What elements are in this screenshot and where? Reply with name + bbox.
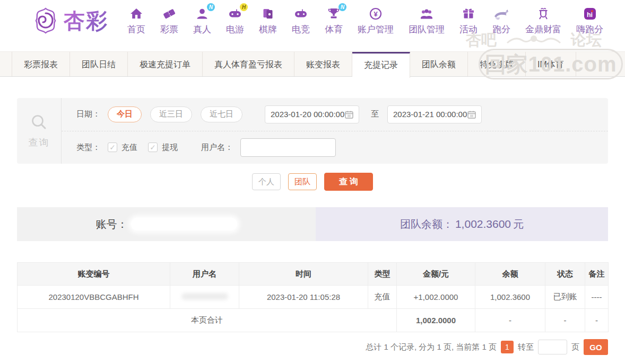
people-icon xyxy=(420,7,433,21)
checkbox-withdraw-label: 提现 xyxy=(162,143,178,153)
nav-item-card-games[interactable]: 棋牌 xyxy=(251,6,284,35)
nav-item-promotions[interactable]: 活动 xyxy=(452,6,485,35)
logo-flower-icon xyxy=(32,7,59,34)
summary-status: - xyxy=(545,309,585,332)
cell-remark: ---- xyxy=(585,286,609,309)
ticket-icon xyxy=(162,7,176,21)
nav-label: 电游 xyxy=(226,23,244,35)
tab-team-daily[interactable]: 团队日结 xyxy=(70,52,128,76)
nav-label: 跑分 xyxy=(492,23,510,35)
nav-item-account-management[interactable]: ¥ 账户管理 xyxy=(350,6,401,35)
summary-remark: - xyxy=(585,309,609,332)
tab-special-card-games[interactable]: 特兔棋牌 xyxy=(468,52,526,76)
summary-label: 本页合计 xyxy=(18,309,397,332)
cell-amount: +1,002.0000 xyxy=(397,286,475,309)
tab-team-balance[interactable]: 团队余额 xyxy=(410,52,468,76)
cards-icon xyxy=(261,7,275,21)
query-button[interactable]: 查 询 xyxy=(324,173,373,191)
table-summary-row: 本页合计 1,002.0000 - - - xyxy=(18,309,609,332)
nav-label: 嗨跑分 xyxy=(576,23,603,35)
tab-live-sports-pl[interactable]: 真人体育盈亏报表 xyxy=(203,52,294,76)
date-from-value: 2023-01-20 00:00:00 xyxy=(271,110,344,119)
account-label: 账号： xyxy=(96,217,128,232)
coin-icon: ¥ xyxy=(369,7,383,21)
nav-item-team-management[interactable]: 团队管理 xyxy=(401,6,452,35)
tab-account-changes[interactable]: 账变报表 xyxy=(294,52,352,76)
goto-page-input[interactable] xyxy=(538,340,567,354)
nav-item-paofen[interactable]: 跑分 xyxy=(485,6,518,35)
account-number-redacted xyxy=(131,218,237,230)
date-to-input[interactable]: 2023-01-21 00:00:00 xyxy=(387,105,482,123)
nav-item-hi-paofen[interactable]: hi 嗨跑分 xyxy=(569,6,611,35)
page-1-button[interactable]: 1 xyxy=(501,341,514,353)
checkbox-withdraw[interactable]: 提现 xyxy=(148,143,178,153)
type-filter-row: 类型： 充值 提现 用户名： xyxy=(62,131,608,164)
hot-badge: H xyxy=(240,3,248,11)
cell-status: 已到账 xyxy=(545,286,585,309)
quick-range-7days[interactable]: 近七日 xyxy=(201,106,242,122)
ding-cauldron-icon xyxy=(536,7,550,21)
cell-type: 充值 xyxy=(368,286,397,309)
date-to-value: 2023-01-21 00:00:00 xyxy=(393,110,467,119)
filter-rows: 日期： 今日 近三日 近七日 2023-01-20 00:00:00 至 202… xyxy=(62,98,608,164)
checkbox-withdraw-box xyxy=(148,143,158,152)
nav-item-esports[interactable]: 电竞 xyxy=(284,6,317,35)
brand-name: 杏彩 xyxy=(64,6,108,35)
nav-label: 棋牌 xyxy=(259,23,277,35)
nav-item-jinding-wealth[interactable]: 金鼎财富 xyxy=(518,6,569,35)
date-to-label: 至 xyxy=(371,109,379,119)
nav-label: 体育 xyxy=(325,23,343,35)
type-label: 类型： xyxy=(76,143,100,153)
nav-item-sports[interactable]: N 体育 xyxy=(317,6,350,35)
goto-label: 转至 xyxy=(518,342,534,352)
col-remark: 备注 xyxy=(585,263,609,286)
username-redacted xyxy=(181,293,228,300)
nav-label: 真人 xyxy=(193,23,211,35)
nav-item-lottery[interactable]: 彩票 xyxy=(153,6,186,35)
cell-change-id: 20230120VBBCGABHFH xyxy=(18,286,170,309)
svg-text:¥: ¥ xyxy=(374,10,378,18)
quick-range-3days[interactable]: 近三日 xyxy=(150,106,192,122)
filter-panel: 查询 日期： 今日 近三日 近七日 2023-01-20 00:00:00 至 … xyxy=(17,98,608,164)
quick-range-today[interactable]: 今日 xyxy=(108,106,142,122)
new-badge: N xyxy=(207,3,215,11)
tab-deposit-withdraw-records[interactable]: 充提记录 xyxy=(352,52,410,78)
records-table: 账变编号 用户名 时间 类型 金额/元 余额 状态 备注 20230120VBB… xyxy=(17,262,609,332)
cell-time: 2023-01-20 11:05:28 xyxy=(239,286,368,309)
go-button[interactable]: GO xyxy=(584,339,608,355)
date-label: 日期： xyxy=(76,109,100,119)
account-bar: 账号： 团队余额： 1,002.3600 元 xyxy=(17,207,608,241)
tab-im-sports[interactable]: IM体育 xyxy=(526,52,576,76)
calendar-icon xyxy=(345,110,353,119)
nav-item-live-dealer[interactable]: N 真人 xyxy=(186,6,219,35)
cell-username xyxy=(170,286,239,309)
col-time: 时间 xyxy=(239,263,368,286)
checkbox-deposit[interactable]: 充值 xyxy=(108,143,137,153)
nav-label: 金鼎财富 xyxy=(525,23,561,35)
personal-button[interactable]: 个人 xyxy=(252,173,281,190)
col-username: 用户名 xyxy=(170,263,239,286)
date-from-input[interactable]: 2023-01-20 00:00:00 xyxy=(265,105,359,123)
nav-item-slots[interactable]: H 电游 xyxy=(219,6,251,35)
calendar-icon xyxy=(467,110,476,119)
checkbox-deposit-label: 充值 xyxy=(121,143,137,153)
team-balance-section: 团队余额： 1,002.3600 元 xyxy=(316,207,608,241)
team-balance-value: 1,002.3600 xyxy=(455,218,511,230)
pagination: 总计 1 个记录, 分为 1 页, 当前第 1 页 1 转至 页 GO xyxy=(17,339,608,355)
esports-gamepad-icon xyxy=(294,7,308,21)
brand-logo[interactable]: 杏彩 xyxy=(32,6,108,35)
nav-label: 账户管理 xyxy=(358,23,394,35)
date-filter-row: 日期： 今日 近三日 近七日 2023-01-20 00:00:00 至 202… xyxy=(62,98,608,131)
tab-lottery-report[interactable]: 彩票报表 xyxy=(12,52,70,76)
hi-app-icon: hi xyxy=(583,7,597,21)
team-button[interactable]: 团队 xyxy=(288,173,317,190)
nav-label: 团队管理 xyxy=(409,23,445,35)
col-change-id: 账变编号 xyxy=(18,263,170,286)
nav-item-home[interactable]: 首页 xyxy=(120,6,153,35)
tab-bar: 彩票报表 团队日结 极速充提订单 真人体育盈亏报表 账变报表 充提记录 团队余额… xyxy=(0,51,625,77)
col-balance: 余额 xyxy=(475,263,545,286)
search-sidebar: 查询 xyxy=(17,98,62,164)
col-status: 状态 xyxy=(545,263,585,286)
tab-fast-orders[interactable]: 极速充提订单 xyxy=(128,52,203,76)
username-input[interactable] xyxy=(240,138,336,157)
